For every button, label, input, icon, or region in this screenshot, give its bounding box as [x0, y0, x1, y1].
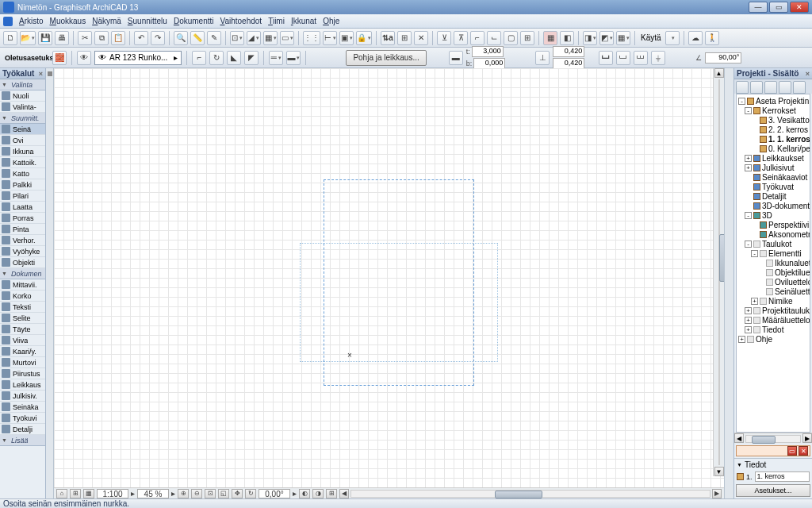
tree-item[interactable]: 3. Vesikatto: [737, 115, 810, 125]
tree-item[interactable]: +Projektitaulukot: [737, 306, 810, 315]
tree-expander[interactable]: -: [745, 107, 752, 114]
tool-selite[interactable]: Selite: [0, 313, 45, 324]
tool-kattoik[interactable]: Kattoik.: [0, 157, 45, 168]
tree-item[interactable]: Seinäluettel: [737, 287, 810, 296]
tree-expander[interactable]: +: [745, 307, 752, 314]
tool-teksti[interactable]: Teksti: [0, 302, 45, 313]
geometry-1-button[interactable]: ⌐: [192, 51, 206, 65]
tree-item[interactable]: -Taulukot: [737, 239, 810, 248]
tree-expander[interactable]: +: [745, 164, 752, 171]
snap-1-button[interactable]: ⊡: [230, 31, 244, 45]
tool-mittavii[interactable]: Mittavii.: [0, 279, 45, 291]
tool-verhor[interactable]: Verhor.: [0, 235, 45, 246]
navigator-hscroll[interactable]: ◀ ▶: [734, 433, 812, 444]
navigator-warning-close[interactable]: ✕: [799, 446, 808, 456]
tree-item[interactable]: Työkuvat: [737, 182, 810, 191]
tree-item[interactable]: Detaljit: [737, 191, 810, 201]
menu-ohje[interactable]: Ohje: [323, 17, 339, 25]
tool-piirustus[interactable]: Piirustus: [0, 368, 45, 379]
tree-item[interactable]: 3D-dokumentit: [737, 201, 810, 210]
tree-item[interactable]: +Ohje: [737, 334, 810, 344]
tool-palkki[interactable]: Palkki: [0, 179, 45, 190]
paste-button[interactable]: 📋: [111, 31, 125, 45]
navigator-details-header[interactable]: ▼ Tiedot: [734, 458, 812, 471]
undo-button[interactable]: ↶: [134, 31, 148, 45]
right-dock-strip[interactable]: [724, 68, 733, 498]
tree-expander[interactable]: -: [745, 241, 752, 248]
zoom-field[interactable]: 45 %: [137, 489, 169, 498]
settings-button[interactable]: Asetukset...: [736, 484, 810, 497]
snap-4-button[interactable]: ▭: [280, 31, 294, 45]
navigator-tab-2[interactable]: [750, 81, 763, 94]
rotation-field[interactable]: 0,00°: [259, 489, 290, 498]
open-button[interactable]: 📂: [20, 31, 36, 45]
menu-suunnittelu[interactable]: Suunnittelu: [128, 17, 167, 25]
zoom-window-button[interactable]: ◱: [218, 489, 229, 498]
save-button[interactable]: 💾: [38, 31, 52, 45]
tool-suunnitt[interactable]: Suunnitt.: [0, 113, 45, 124]
cloud-button[interactable]: ☁: [688, 31, 703, 45]
trim-1-button[interactable]: ⊻: [437, 31, 451, 45]
tool-pilari[interactable]: Pilari: [0, 190, 45, 202]
edit-button[interactable]: ✎: [207, 31, 221, 45]
zoom-tool-button[interactable]: 🔍: [174, 31, 188, 45]
tree-expander[interactable]: +: [745, 317, 752, 324]
align-button[interactable]: ⊢: [323, 31, 337, 45]
scroll-right-button[interactable]: ▶: [712, 489, 722, 498]
copy-button[interactable]: ⧉: [94, 31, 109, 45]
render-button[interactable]: ▦: [543, 31, 557, 45]
menu-vaihtoehdot[interactable]: Vaihtoehdot: [220, 17, 262, 25]
walk-button[interactable]: 🚶: [705, 31, 719, 45]
view-1-button[interactable]: ◨: [583, 31, 597, 45]
trim-3-button[interactable]: ⌐: [470, 31, 485, 45]
b-value[interactable]: 0,000: [473, 58, 505, 69]
element-settings-button[interactable]: 🧱: [52, 51, 67, 65]
nav-scroll-thumb[interactable]: [752, 436, 776, 444]
zoom-in-button[interactable]: ⊕: [178, 489, 189, 498]
tree-expander[interactable]: -: [751, 250, 758, 257]
tool-murtovi[interactable]: Murtovi: [0, 357, 45, 368]
tool-viiva[interactable]: Viiva: [0, 335, 45, 346]
tree-expander[interactable]: +: [745, 326, 752, 333]
tree-item[interactable]: +Määräluettelot: [737, 315, 810, 325]
tree-expander[interactable]: -: [738, 98, 745, 105]
canvas-scrollbar-vertical[interactable]: ▲ ▼: [713, 68, 724, 476]
tree-expander[interactable]: +: [745, 155, 752, 162]
tree-item[interactable]: +Tiedot: [737, 325, 810, 334]
navigator-close-button[interactable]: ×: [806, 70, 810, 78]
zoom-out-button[interactable]: ⊖: [191, 489, 202, 498]
tool-porras[interactable]: Porras: [0, 213, 45, 224]
tool-leikkaus[interactable]: Leikkaus: [0, 379, 45, 391]
tool-kaariy[interactable]: Kaari/y.: [0, 346, 45, 357]
nav-home-button[interactable]: ⌂: [56, 489, 67, 498]
section-b-button[interactable]: ⊞: [397, 31, 412, 45]
tool-tykuvi[interactable]: Työkuvi: [0, 413, 45, 424]
trim-5-button[interactable]: ▢: [504, 31, 518, 45]
tree-item[interactable]: 1. 1. kerros: [737, 134, 810, 144]
navigator-tab-3[interactable]: [764, 81, 777, 94]
zoom-fit-button[interactable]: ⊡: [205, 489, 216, 498]
layer-button[interactable]: ▣: [339, 31, 354, 45]
tool-katto[interactable]: Katto: [0, 168, 45, 179]
angle-value[interactable]: 90,00°: [705, 52, 741, 64]
ref-3-button[interactable]: ⏙: [634, 51, 648, 65]
tool-vyhyke[interactable]: Vyöhyke: [0, 246, 45, 257]
drawing-canvas[interactable]: × ▲ ▼: [54, 68, 724, 487]
nav-scroll-right[interactable]: ▶: [802, 433, 812, 443]
tree-item[interactable]: Ikkunaluette: [737, 258, 810, 267]
snap-3-button[interactable]: ▦: [263, 31, 278, 45]
tree-item[interactable]: +Leikkaukset: [737, 153, 810, 163]
print-button[interactable]: 🖶: [55, 31, 69, 45]
menu-muokkaus[interactable]: Muokkaus: [50, 17, 86, 25]
layer-selector[interactable]: 👁 AR 123 Runko... ▸: [94, 51, 182, 65]
view-3-button[interactable]: ▦: [616, 31, 630, 45]
toolbox-close-button[interactable]: ×: [39, 70, 43, 78]
tree-item[interactable]: +Julkisivut: [737, 163, 810, 172]
trim-4-button[interactable]: ⌙: [487, 31, 501, 45]
tool-objekti[interactable]: Objekti: [0, 257, 45, 268]
nav-prev-button[interactable]: ⊞: [70, 489, 81, 498]
tool-ikkuna[interactable]: Ikkuna: [0, 146, 45, 157]
scroll-down-button[interactable]: ▼: [714, 467, 724, 476]
tool-korko[interactable]: Korko: [0, 291, 45, 302]
tree-item[interactable]: -Aseta Projektin tiedot 2: [737, 96, 810, 106]
